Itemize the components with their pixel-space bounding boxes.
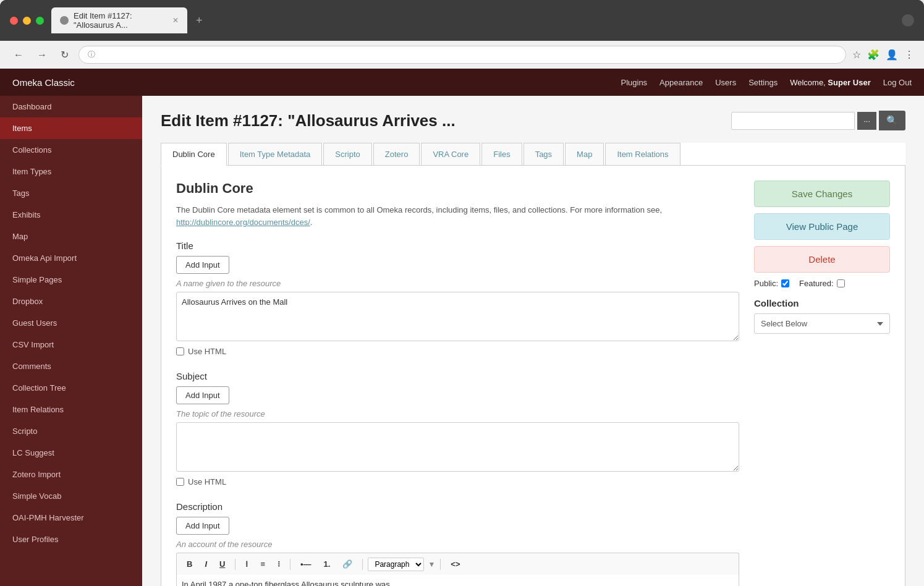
minimize-button[interactable]: [23, 17, 31, 25]
sidebar-item-collections[interactable]: Collections: [0, 139, 142, 161]
tab-favicon: [60, 16, 69, 25]
extensions-icon[interactable]: 🧩: [867, 49, 879, 61]
sidebar-item-exhibits[interactable]: Exhibits: [0, 204, 142, 226]
search-input[interactable]: [731, 112, 855, 130]
collection-label: Collection: [754, 298, 890, 308]
title-field-hint: A name given to the resource: [176, 279, 739, 288]
rte-align-left-button[interactable]: ⁞: [240, 557, 253, 571]
forward-button[interactable]: →: [33, 48, 51, 62]
tab-vra-core[interactable]: VRA Core: [421, 143, 480, 165]
profile-icon[interactable]: 👤: [886, 49, 898, 61]
add-title-input-button[interactable]: Add Input: [176, 256, 229, 274]
rte-unordered-list-button[interactable]: •—: [295, 557, 316, 571]
sidebar-item-scripto[interactable]: Scripto: [0, 420, 142, 442]
sidebar-item-item-relations[interactable]: Item Relations: [0, 399, 142, 420]
featured-checkbox[interactable]: [837, 279, 845, 287]
rte-ordered-list-button[interactable]: 1.: [319, 557, 336, 571]
sidebar-item-user-profiles[interactable]: User Profiles: [0, 529, 142, 550]
search-go-button[interactable]: 🔍: [879, 111, 905, 130]
sidebar-item-tags[interactable]: Tags: [0, 182, 142, 204]
sidebar-item-items[interactable]: Items: [0, 117, 142, 139]
tab-item-relations[interactable]: Item Relations: [605, 143, 680, 165]
field-subject: Subject Add Input The topic of the resou…: [176, 371, 739, 486]
sidebar-item-oai-pmh-harvester[interactable]: OAI-PMH Harvester: [0, 507, 142, 529]
rte-link-button[interactable]: 🔗: [337, 557, 357, 571]
bookmark-icon[interactable]: ☆: [852, 49, 861, 61]
sidebar-item-simple-vocab[interactable]: Simple Vocab: [0, 485, 142, 507]
title-use-html-checkbox[interactable]: [176, 347, 184, 355]
section-description: The Dublin Core metadata element set is …: [176, 204, 739, 228]
public-label[interactable]: Public:: [754, 279, 789, 288]
close-button[interactable]: [10, 17, 18, 25]
rte-align-right-button[interactable]: ⁝: [273, 557, 285, 571]
maximize-button[interactable]: [36, 17, 44, 25]
browser-menu-icon[interactable]: [902, 14, 914, 27]
tab-close-icon[interactable]: ✕: [172, 16, 179, 25]
tab-zotero[interactable]: Zotero: [373, 143, 420, 165]
tab-files[interactable]: Files: [481, 143, 522, 165]
address-bar[interactable]: ⓘ: [78, 46, 846, 64]
traffic-lights: [10, 17, 44, 25]
subject-use-html-checkbox[interactable]: [176, 478, 184, 486]
sidebar-item-simple-pages[interactable]: Simple Pages: [0, 269, 142, 291]
browser-actions: ☆ 🧩 👤 ⋮: [852, 49, 914, 61]
menu-icon[interactable]: ⋮: [904, 49, 914, 61]
collection-select[interactable]: Select Below: [754, 313, 890, 334]
featured-label[interactable]: Featured:: [799, 279, 845, 288]
rte-underline-button[interactable]: U: [214, 557, 230, 571]
sidebar-item-zotero-import[interactable]: Zotero Import: [0, 464, 142, 485]
add-subject-input-button[interactable]: Add Input: [176, 386, 229, 404]
sidebar-item-item-types[interactable]: Item Types: [0, 161, 142, 182]
tab-title-text: Edit Item #1127: "Allosaurus A...: [74, 11, 167, 30]
logout-link[interactable]: Log Out: [883, 78, 912, 87]
title-textarea[interactable]: Allosaurus Arrives on the Mall: [176, 292, 739, 341]
sidebar-item-csv-import[interactable]: CSV Import: [0, 334, 142, 355]
collection-section: Collection Select Below: [754, 298, 890, 334]
public-checkbox[interactable]: [781, 279, 789, 287]
content-area: Dublin Core The Dublin Core metadata ele…: [161, 166, 905, 586]
active-tab[interactable]: Edit Item #1127: "Allosaurus A... ✕: [51, 7, 187, 33]
rte-paragraph-select[interactable]: Paragraph: [368, 558, 424, 571]
tab-dublin-core[interactable]: Dublin Core: [161, 143, 227, 166]
sidebar: Dashboard Items Collections Item Types T…: [0, 96, 142, 586]
new-tab-button[interactable]: +: [192, 14, 206, 27]
title-use-html-row: Use HTML: [176, 347, 739, 356]
sidebar-item-guest-users[interactable]: Guest Users: [0, 312, 142, 334]
sidebar-item-collection-tree[interactable]: Collection Tree: [0, 377, 142, 399]
sidebar-item-dropbox[interactable]: Dropbox: [0, 291, 142, 312]
sidebar-item-dashboard[interactable]: Dashboard: [0, 96, 142, 117]
delete-button[interactable]: Delete: [754, 246, 890, 273]
back-button[interactable]: ←: [10, 48, 27, 62]
nav-appearance[interactable]: Appearance: [659, 78, 703, 87]
view-public-page-button[interactable]: View Public Page: [754, 213, 890, 240]
rte-source-button[interactable]: <>: [446, 557, 465, 571]
subject-use-html-row: Use HTML: [176, 477, 739, 486]
subject-textarea[interactable]: [176, 422, 739, 472]
search-options-button[interactable]: ···: [857, 112, 876, 130]
save-changes-button[interactable]: Save Changes: [754, 180, 890, 207]
rte-bold-button[interactable]: B: [182, 557, 197, 571]
sidebar-actions: Save Changes View Public Page Delete Pub…: [754, 180, 890, 586]
nav-plugins[interactable]: Plugins: [621, 78, 647, 87]
welcome-text: Welcome, Super User: [790, 78, 871, 87]
field-description-label: Description: [176, 501, 739, 512]
tab-scripto[interactable]: Scripto: [323, 143, 371, 165]
rte-italic-button[interactable]: I: [200, 557, 212, 571]
reload-button[interactable]: ↻: [57, 48, 72, 62]
sidebar-item-comments[interactable]: Comments: [0, 355, 142, 377]
app-nav: Plugins Appearance Users Settings Welcom…: [621, 78, 912, 87]
nav-settings[interactable]: Settings: [748, 78, 778, 87]
subject-use-html-label: Use HTML: [188, 477, 226, 486]
sidebar-item-omeka-api-import[interactable]: Omeka Api Import: [0, 247, 142, 269]
tab-map[interactable]: Map: [565, 143, 604, 165]
sidebar-item-lc-suggest[interactable]: LC Suggest: [0, 442, 142, 464]
nav-users[interactable]: Users: [715, 78, 736, 87]
rte-align-center-button[interactable]: ≡: [255, 557, 270, 571]
field-subject-label: Subject: [176, 371, 739, 381]
dces-link[interactable]: http://dublincore.org/documents/dces/: [176, 218, 310, 227]
sidebar-item-map[interactable]: Map: [0, 226, 142, 247]
add-description-input-button[interactable]: Add Input: [176, 517, 229, 535]
description-textarea[interactable]: In April 1987 a one-ton fiberglass Allos…: [176, 575, 739, 586]
tab-item-type-metadata[interactable]: Item Type Metadata: [228, 143, 323, 165]
tab-tags[interactable]: Tags: [523, 143, 564, 165]
